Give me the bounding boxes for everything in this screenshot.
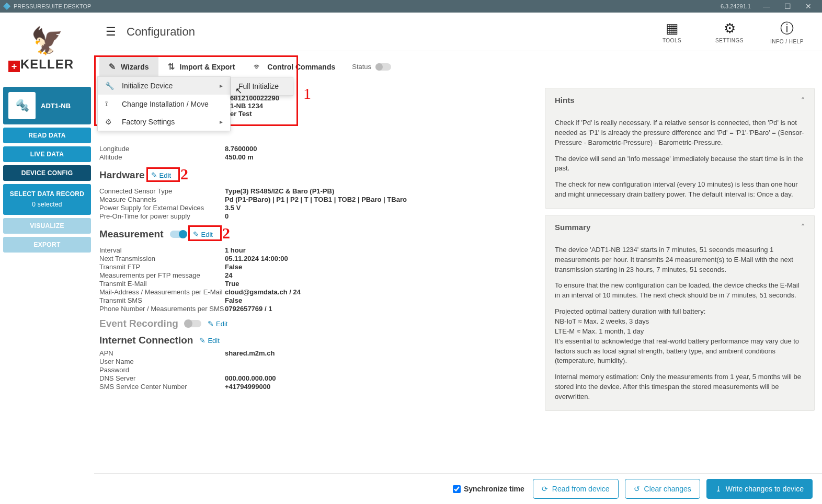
tab-control-commands[interactable]: ᯤ Control Commands — [244, 57, 345, 77]
device-config-button[interactable]: DEVICE CONFIG — [3, 165, 91, 181]
tab-import-export[interactable]: ⇅ Import & Export — [158, 56, 245, 77]
status-toggle[interactable] — [375, 63, 391, 71]
write-icon: ⤓ — [715, 485, 722, 493]
refresh-icon: ⟳ — [542, 485, 548, 493]
chevron-up-icon[interactable]: ˄ — [801, 96, 805, 105]
hints-p2: The device will send an 'Info message' i… — [555, 154, 805, 174]
measurement-edit-button[interactable]: ✎ Edit — [193, 230, 213, 238]
hardware-edit-button[interactable]: ✎ Edit — [151, 171, 171, 179]
version-label: 6.3.24291.1 — [721, 3, 751, 9]
maximize-button[interactable]: ☐ — [777, 2, 798, 10]
longitude-value: 8.7600000 — [225, 145, 536, 153]
summary-p1: The device 'ADT1-NB 1234' starts in 7 mi… — [555, 245, 805, 275]
summary-p2: To ensure that the new configuration can… — [555, 281, 805, 301]
import-export-icon: ⇅ — [168, 62, 175, 72]
hints-p1: Check if 'Pd' is really necessary. If a … — [555, 118, 805, 148]
event-recording-edit-button[interactable]: ✎ Edit — [208, 319, 227, 328]
annotation-number-2a: 2 — [180, 165, 188, 183]
pencil-icon: ✎ — [151, 171, 157, 179]
app-title: PRESSURESUITE DESKTOP — [14, 3, 91, 9]
live-data-button[interactable]: LIVE DATA — [3, 146, 91, 162]
tab-wizards[interactable]: ✎ Wizards — [99, 56, 158, 77]
synchronize-time-checkbox[interactable]: Synchronize time — [453, 485, 524, 493]
write-changes-button[interactable]: ⤓ Write changes to device — [706, 479, 813, 499]
menu-icon[interactable]: ☰ — [106, 25, 116, 39]
page-title: Configuration — [127, 25, 195, 39]
tools-button[interactable]: ▦ TOOLS — [648, 20, 695, 43]
chevron-right-icon: ▸ — [220, 118, 223, 125]
event-recording-title: Event Recording — [99, 318, 178, 329]
dropdown-change-installation[interactable]: ⟟ Change Installation / Move — [98, 95, 230, 113]
note-fragment: er Test — [230, 110, 279, 118]
selected-count-label: 0 selected — [5, 201, 89, 209]
help-button[interactable]: ⓘ INFO / HELP — [763, 19, 810, 44]
bird-icon: 🦅 — [31, 28, 63, 54]
read-data-button[interactable]: READ DATA — [3, 128, 91, 143]
device-name: ADT1-NB — [41, 102, 71, 110]
annotation-number-2b: 2 — [222, 224, 230, 242]
app-logo-icon — [3, 3, 10, 10]
undo-icon: ↺ — [634, 485, 640, 493]
gears-icon: ⚙ — [105, 118, 113, 126]
chevron-up-icon[interactable]: ˄ — [801, 223, 805, 231]
device-thumb-icon: 🔩 — [8, 92, 36, 119]
internet-title: Internet Connection — [99, 335, 193, 346]
measurement-title: Measurement — [99, 228, 164, 240]
altitude-value: 450.00 m — [225, 153, 536, 161]
device-card[interactable]: 🔩 ADT1-NB — [3, 87, 91, 124]
pencil-icon: ✎ — [208, 319, 214, 328]
sync-time-input[interactable] — [453, 485, 461, 493]
export-button[interactable]: EXPORT — [3, 237, 91, 253]
read-from-device-button[interactable]: ⟳ Read from device — [533, 479, 619, 499]
wand-icon: ✎ — [109, 62, 116, 72]
pencil-icon: ✎ — [199, 336, 206, 345]
swiss-plus-icon: + — [8, 61, 20, 72]
internet-edit-button[interactable]: ✎ Edit — [199, 336, 219, 345]
close-button[interactable]: ✕ — [798, 2, 819, 10]
brand-name: KELLER — [20, 57, 74, 72]
summary-title: Summary — [555, 223, 590, 232]
dropdown-initialize-device[interactable]: 🔧 Initialize Device ▸ — [98, 77, 230, 95]
visualize-button[interactable]: VISUALIZE — [3, 218, 91, 234]
altitude-label: Altitude — [99, 153, 225, 161]
tools-icon: ▦ — [666, 20, 679, 37]
gear-icon: ⚙ — [724, 20, 736, 37]
location-icon: ⟟ — [105, 99, 113, 108]
wrench-icon: 🔧 — [105, 82, 113, 90]
summary-p3: Projected optimal battery duration with … — [555, 307, 805, 366]
hints-p3: The check for new configuration interval… — [555, 180, 805, 200]
wifi-icon: ᯤ — [254, 62, 262, 72]
serial-fragment: 6812100022290 — [230, 94, 279, 102]
wizards-dropdown: 🔧 Initialize Device ▸ ⟟ Change Installat… — [97, 76, 231, 131]
summary-p4: Internal memory estimation: Only the mea… — [555, 372, 805, 402]
brand-logo: 🦅 + KELLER — [3, 16, 91, 84]
info-icon: ⓘ — [780, 19, 794, 38]
hints-panel: Hints ˄ Check if 'Pd' is really necessar… — [545, 88, 815, 209]
summary-panel: Summary ˄ The device 'ADT1-NB 1234' star… — [545, 215, 815, 411]
event-recording-toggle[interactable] — [185, 320, 201, 327]
status-label: Status — [352, 63, 371, 71]
dropdown-factory-settings[interactable]: ⚙ Factory Settings ▸ — [98, 113, 230, 131]
measurement-toggle[interactable] — [170, 231, 187, 238]
select-data-record-label: SELECT DATA RECORD — [10, 190, 85, 198]
hardware-title: Hardware — [99, 169, 145, 181]
chevron-right-icon: ▸ — [220, 82, 223, 89]
select-data-record-button[interactable]: SELECT DATA RECORD 0 selected — [3, 184, 91, 215]
longitude-label: Longitude — [99, 145, 225, 153]
clear-changes-button[interactable]: ↺ Clear changes — [625, 479, 700, 499]
hints-title: Hints — [555, 96, 575, 105]
settings-button[interactable]: ⚙ SETTINGS — [706, 20, 753, 43]
name-fragment: 1-NB 1234 — [230, 102, 279, 110]
minimize-button[interactable]: ― — [756, 2, 777, 10]
pencil-icon: ✎ — [193, 230, 199, 238]
